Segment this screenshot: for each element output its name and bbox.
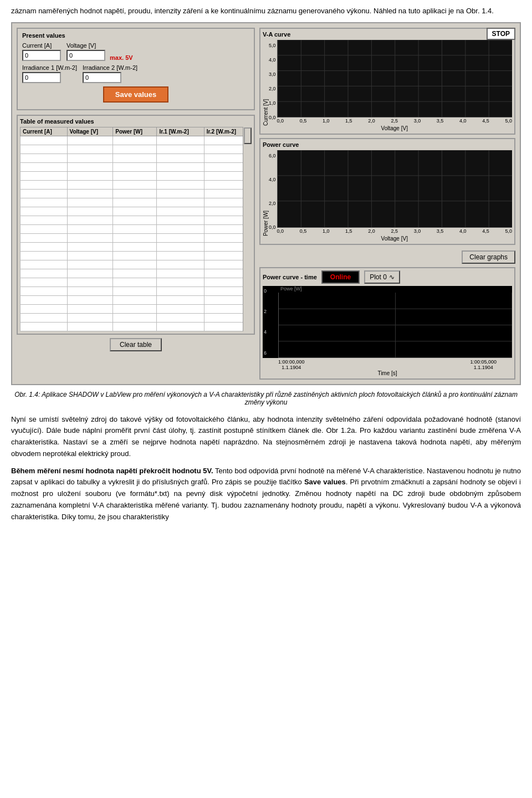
table-cell bbox=[67, 242, 113, 251]
power-chart-inner: 0,0 0,5 1,0 1,5 2,0 2,5 3,0 3,5 4,0 4,5 bbox=[277, 150, 512, 242]
power-y-label: Power [W] bbox=[263, 153, 269, 236]
table-row bbox=[21, 154, 252, 162]
table-cell bbox=[67, 207, 113, 216]
pow-y-0: 0,0 bbox=[269, 224, 276, 230]
irradiance1-field: Irradiance 1 [W.m-2] bbox=[22, 64, 77, 83]
voltage-input[interactable] bbox=[66, 50, 105, 61]
table-cell bbox=[113, 313, 157, 322]
app-container: STOP Present values Current [A] Voltage … bbox=[11, 22, 521, 385]
table-cell bbox=[67, 162, 113, 171]
current-field: Current [A] bbox=[22, 42, 61, 61]
current-input[interactable] bbox=[22, 50, 61, 61]
table-row bbox=[21, 162, 252, 171]
plot-button[interactable]: Plot 0 ∿ bbox=[364, 270, 400, 284]
table-box: Table of measured values Current [A] Vol… bbox=[17, 115, 255, 335]
voltage-group: max. 5V bbox=[66, 50, 133, 61]
table-cell bbox=[157, 251, 204, 260]
online-button[interactable]: Online bbox=[321, 270, 360, 284]
clear-table-button[interactable]: Clear table bbox=[110, 338, 162, 351]
table-row bbox=[21, 260, 252, 269]
table-cell bbox=[157, 304, 204, 313]
time-x-label-title: Time [s] bbox=[263, 370, 512, 376]
table-cell bbox=[67, 278, 113, 287]
time-x-labels: 1:00:00,000 1.1.1904 1:00:05,000 1.1.190… bbox=[263, 358, 512, 370]
scrollbar-thumb[interactable] bbox=[244, 127, 252, 144]
table-cell bbox=[21, 295, 68, 304]
power-time-header: Power curve - time Online Plot 0 ∿ bbox=[263, 270, 512, 284]
voltage-field: Voltage [V] max. 5V bbox=[66, 42, 133, 61]
table-row bbox=[21, 304, 252, 313]
power-chart-area bbox=[277, 150, 512, 228]
table-cell bbox=[157, 269, 204, 278]
table-cell bbox=[113, 198, 157, 207]
time-y-6: 6 bbox=[264, 350, 277, 356]
power-curve-title: Power curve bbox=[263, 141, 512, 148]
table-scrollbar[interactable] bbox=[243, 127, 252, 331]
table-cell bbox=[67, 287, 113, 295]
time-grid-svg bbox=[279, 293, 512, 357]
table-cell bbox=[113, 216, 157, 224]
table-cell bbox=[113, 278, 157, 287]
va-x-labels: 0,0 0,5 1,0 1,5 2,0 2,5 3,0 3,5 4,0 4,5 bbox=[277, 117, 512, 124]
table-cell bbox=[157, 216, 204, 224]
table-row bbox=[21, 242, 252, 251]
table-cell bbox=[113, 162, 157, 171]
max-voltage-label: max. 5V bbox=[110, 54, 133, 61]
table-title: Table of measured values bbox=[20, 118, 252, 125]
table-cell bbox=[67, 171, 113, 180]
col-header-current: Current [A] bbox=[21, 127, 68, 136]
save-values-button[interactable]: Save values bbox=[103, 86, 168, 103]
table-row bbox=[21, 145, 252, 154]
body-text: Nyní se umístí světelný zdroj do takové … bbox=[11, 414, 521, 523]
clear-graphs-button[interactable]: Clear graphs bbox=[462, 250, 515, 264]
table-row bbox=[21, 269, 252, 278]
table-cell bbox=[157, 287, 204, 295]
table-cell bbox=[21, 251, 68, 260]
table-cell bbox=[157, 295, 204, 304]
present-values-title: Present values bbox=[22, 32, 249, 39]
table-cell bbox=[157, 224, 204, 233]
clear-graphs-row: Clear graphs bbox=[259, 250, 515, 264]
table-cell bbox=[113, 322, 157, 331]
irradiance1-input[interactable] bbox=[22, 72, 61, 83]
table-cell bbox=[21, 313, 68, 322]
table-cell bbox=[21, 224, 68, 233]
irradiance2-input[interactable] bbox=[83, 72, 121, 83]
time-x-left-time: 1:00:00,000 bbox=[278, 359, 305, 365]
table-cell bbox=[67, 269, 113, 278]
power-time-title: Power curve - time bbox=[263, 274, 317, 280]
bold-save: Save values bbox=[304, 478, 346, 486]
table-cell bbox=[67, 198, 113, 207]
voltage-label: Voltage [V] bbox=[66, 42, 133, 49]
table-cell bbox=[21, 154, 68, 162]
table-cell bbox=[157, 260, 204, 269]
va-grid-svg bbox=[278, 40, 512, 117]
table-cell bbox=[21, 260, 68, 269]
power-x-label: Voltage [V] bbox=[277, 236, 512, 242]
table-cell bbox=[21, 304, 68, 313]
clear-table-row: Clear table bbox=[17, 338, 255, 351]
table-cell bbox=[157, 278, 204, 287]
table-row bbox=[21, 198, 252, 207]
va-curve-box: V-A curve Current [V] 5,0 4,0 3,0 2,0 1,… bbox=[259, 28, 515, 135]
stop-button[interactable]: STOP bbox=[487, 28, 515, 40]
body-para-2: Během měření nesmí hodnota napětí překro… bbox=[11, 466, 521, 523]
table-cell bbox=[113, 269, 157, 278]
plot-label: Plot 0 bbox=[370, 273, 387, 281]
time-x-right: 1:00:05,000 1.1.1904 bbox=[470, 359, 497, 370]
table-cell bbox=[157, 154, 204, 162]
time-x-left-date: 1.1.1904 bbox=[282, 365, 301, 370]
pow-y-4: 4,0 bbox=[269, 177, 276, 182]
table-cell bbox=[21, 180, 68, 189]
table-cell bbox=[21, 287, 68, 295]
table-row bbox=[21, 224, 252, 233]
table-cell bbox=[157, 162, 204, 171]
left-panel: Present values Current [A] Voltage [V] m… bbox=[17, 28, 255, 380]
col-header-power: Power [W] bbox=[113, 127, 157, 136]
table-cell bbox=[21, 322, 68, 331]
time-y-2: 2 bbox=[264, 309, 277, 314]
va-y-4: 4,0 bbox=[269, 57, 276, 63]
bold-warning: Během měření nesmí hodnota napětí překro… bbox=[11, 467, 213, 475]
intro-text: záznam naměřených hodnot napětí, proudu,… bbox=[11, 6, 521, 17]
va-chart-inner: 0,0 0,5 1,0 1,5 2,0 2,5 3,0 3,5 4,0 4,5 bbox=[277, 40, 512, 131]
